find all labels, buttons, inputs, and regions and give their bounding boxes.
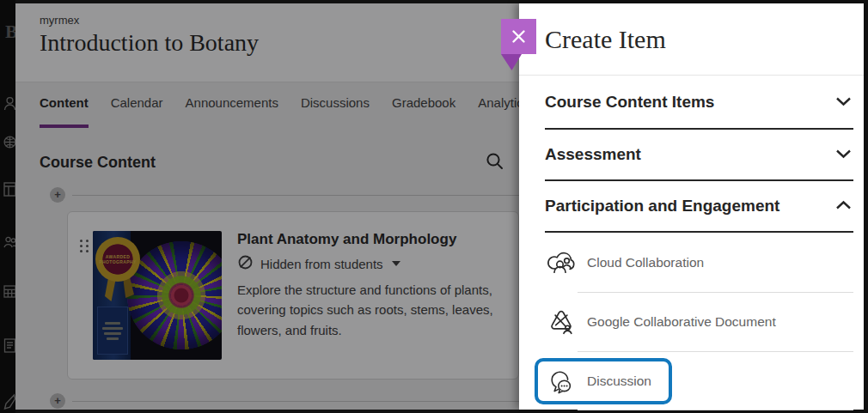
item-cloud-collaboration[interactable]: Cloud Collaboration <box>545 233 853 292</box>
item-discussion[interactable]: Discussion <box>545 352 853 410</box>
document-icon[interactable] <box>3 338 15 353</box>
grid-icon[interactable] <box>3 285 15 298</box>
discussion-highlight-box[interactable]: Discussion <box>535 358 672 404</box>
pencil-icon[interactable] <box>3 393 15 410</box>
create-item-panel: Create Item Course Content Items Assessm… <box>519 3 864 410</box>
modal-dim-overlay <box>15 3 519 410</box>
item-google-collaborative-document[interactable]: Google Collaborative Document <box>545 293 853 351</box>
section-participation-engagement[interactable]: Participation and Engagement <box>545 181 853 233</box>
close-button[interactable] <box>501 19 536 54</box>
chevron-up-icon <box>835 198 852 214</box>
person-icon[interactable] <box>3 96 15 111</box>
panel-icon[interactable] <box>3 182 15 197</box>
chevron-down-icon <box>835 94 852 110</box>
base-nav-strip: B <box>0 0 15 413</box>
globe-icon[interactable] <box>3 136 15 149</box>
people-icon[interactable] <box>3 235 15 249</box>
google-collaborative-document-icon <box>545 306 578 338</box>
letter-b-logo-icon: B <box>5 21 15 43</box>
close-icon <box>511 29 526 44</box>
panel-title: Create Item <box>545 25 666 54</box>
cloud-collaboration-icon <box>545 246 578 279</box>
discussion-icon <box>545 365 578 398</box>
section-course-content-items[interactable]: Course Content Items <box>545 76 853 130</box>
section-assessment[interactable]: Assessment <box>545 130 853 181</box>
panel-header: Create Item <box>519 3 864 76</box>
chevron-down-icon <box>835 147 852 162</box>
app-window: B myrmex Introduction to Botany Content … <box>0 0 868 413</box>
